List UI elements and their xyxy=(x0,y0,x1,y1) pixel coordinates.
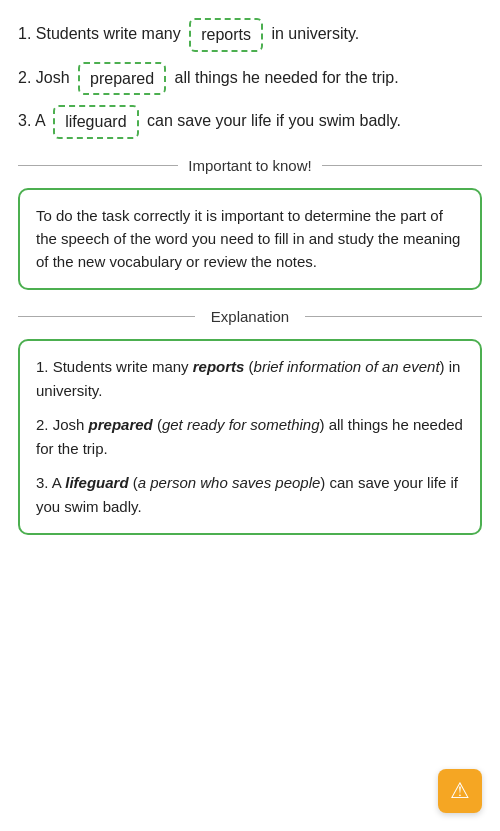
important-text: To do the task correctly it is important… xyxy=(36,207,460,271)
exp-1-intro: Students write many xyxy=(53,358,193,375)
exp-3-intro: A xyxy=(52,474,65,491)
sentence-3-suffix: can save your life if you swim badly. xyxy=(147,112,401,129)
exp-3-number: 3. xyxy=(36,474,52,491)
exp-1-number: 1. xyxy=(36,358,53,375)
explanation-divider: Explanation xyxy=(18,308,482,325)
exp-2-bold: prepared xyxy=(89,416,153,433)
sentence-1: 1. Students write many reports in univer… xyxy=(18,18,482,52)
exp-2-intro: Josh xyxy=(53,416,89,433)
sentence-3-prefix: 3. A xyxy=(18,112,45,129)
sentence-1-answer: reports xyxy=(189,18,263,52)
sentence-2-prefix: 2. Josh xyxy=(18,69,70,86)
divider-line-right xyxy=(322,165,482,166)
important-divider: Important to know! xyxy=(18,157,482,174)
divider-line-exp-left xyxy=(18,316,195,317)
sentence-2-suffix: all things he needed for the trip. xyxy=(175,69,399,86)
exp-2-number: 2. xyxy=(36,416,53,433)
explanation-item-3: 3. A lifeguard (a person who saves peopl… xyxy=(36,471,464,519)
sentence-3-answer: lifeguard xyxy=(53,105,138,139)
warning-icon: ⚠ xyxy=(450,778,470,804)
explanation-item-2: 2. Josh prepared (get ready for somethin… xyxy=(36,413,464,461)
exp-2-italic: (get ready for something) xyxy=(153,416,325,433)
exp-3-italic: (a person who saves people) xyxy=(129,474,326,491)
exp-1-italic: (brief information of an event) xyxy=(244,358,444,375)
divider-line-exp-right xyxy=(305,316,482,317)
sentence-2: 2. Josh prepared all things he needed fo… xyxy=(18,62,482,96)
important-label: Important to know! xyxy=(188,157,311,174)
explanation-box: 1. Students write many reports (brief in… xyxy=(18,339,482,535)
sentence-1-suffix: in university. xyxy=(271,25,359,42)
sentences-section: 1. Students write many reports in univer… xyxy=(18,18,482,139)
sentence-1-prefix: 1. Students write many xyxy=(18,25,181,42)
explanation-item-1: 1. Students write many reports (brief in… xyxy=(36,355,464,403)
warning-button[interactable]: ⚠ xyxy=(438,769,482,813)
exp-3-bold: lifeguard xyxy=(65,474,128,491)
sentence-3: 3. A lifeguard can save your life if you… xyxy=(18,105,482,139)
sentence-2-answer: prepared xyxy=(78,62,166,96)
explanation-label: Explanation xyxy=(205,308,295,325)
exp-1-bold: reports xyxy=(193,358,245,375)
important-box: To do the task correctly it is important… xyxy=(18,188,482,290)
divider-line-left xyxy=(18,165,178,166)
